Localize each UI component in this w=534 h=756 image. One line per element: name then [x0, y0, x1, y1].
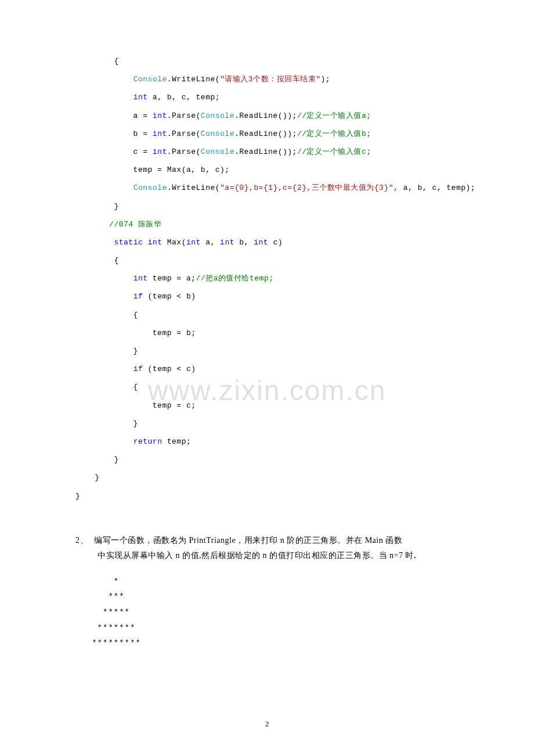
question-block: 2、编写一个函数，函数名为 PrintTriangle，用来打印 n 阶的正三角… [75, 533, 459, 564]
code-keyword: int [148, 238, 163, 247]
code-text: (temp < b) [143, 292, 196, 301]
code-keyword: if [134, 365, 143, 373]
code-keyword: if [134, 292, 143, 301]
code-text: ); [320, 75, 330, 84]
code-text [75, 93, 134, 102]
code-text: .WriteLine( [167, 75, 220, 84]
code-keyword: int [153, 111, 167, 120]
code-string: "请输入3个数：按回车结束" [220, 75, 320, 84]
triangle-row: ******* [75, 624, 135, 633]
code-keyword: int [134, 274, 148, 283]
code-text: c = [75, 147, 153, 156]
code-keyword: int [254, 238, 268, 247]
code-text: } [75, 347, 138, 355]
code-text: c) [268, 238, 283, 247]
code-text: temp; [162, 437, 191, 446]
question-number: 2、 [75, 533, 94, 549]
code-class: Console [134, 75, 167, 84]
code-text: } [75, 473, 100, 482]
code-text: } [75, 492, 80, 501]
code-comment: //074 陈振华 [109, 220, 161, 229]
code-keyword: int [153, 147, 167, 156]
code-text: { [75, 256, 119, 265]
code-text: .Parse( [167, 147, 201, 156]
triangle-row: ********* [75, 639, 141, 648]
code-keyword: int [186, 238, 201, 247]
code-text: .ReadLine()); [234, 147, 297, 156]
code-class: Console [134, 183, 167, 192]
code-text: .ReadLine()); [234, 111, 297, 120]
code-text: Max( [162, 238, 186, 247]
code-text: temp = a; [148, 274, 196, 283]
question-text-line1: 编写一个函数，函数名为 PrintTriangle，用来打印 n 阶的正三角形。… [94, 536, 402, 545]
code-keyword: return [134, 437, 163, 446]
code-class: Console [201, 129, 234, 138]
code-keyword: int [220, 238, 234, 247]
code-text [75, 365, 134, 373]
triangle-row: ***** [75, 608, 130, 617]
code-text: a, b, c, temp; [148, 93, 221, 102]
code-class: Console [201, 111, 234, 120]
code-block: { Console.WriteLine("请输入3个数：按回车结束"); int… [75, 52, 459, 505]
code-comment: //定义一个输入值a; [297, 111, 371, 120]
code-text: } [75, 455, 119, 464]
code-text [75, 220, 109, 229]
code-text: a, [201, 238, 220, 247]
code-text: .Parse( [167, 129, 201, 138]
code-text: .ReadLine()); [234, 129, 297, 138]
code-comment: //定义一个输入值c; [297, 147, 371, 156]
code-text: .WriteLine( [167, 183, 220, 192]
code-text: temp = Max(a, b, c); [75, 165, 230, 174]
page-content: { Console.WriteLine("请输入3个数：按回车结束"); int… [75, 52, 459, 651]
code-keyword: int [134, 93, 148, 102]
code-text [75, 292, 134, 301]
question-text-line2: 中实现从屏幕中输入 n 的值,然后根据给定的 n 的值打印出相应的正三角形。当 … [75, 548, 459, 564]
code-text: { [75, 57, 119, 66]
code-keyword: static [114, 238, 143, 247]
code-string: "a={0},b={1},c={2},三个数中最大值为{3}" [220, 183, 394, 192]
code-class: Console [201, 147, 234, 156]
code-text: b = [75, 129, 153, 138]
code-text: { [75, 383, 138, 391]
code-text: temp = b; [75, 329, 196, 337]
code-text: (temp < c) [143, 365, 196, 373]
code-text [75, 75, 134, 84]
code-text [75, 437, 134, 446]
code-text: a = [75, 111, 153, 120]
code-text: .Parse( [167, 111, 201, 120]
code-text: b, [234, 238, 254, 247]
code-text [75, 274, 134, 283]
triangle-row: * [75, 577, 119, 586]
code-text: } [75, 202, 119, 211]
triangle-row: *** [75, 592, 125, 602]
triangle-output: * *** ***** ******* ********* [75, 574, 459, 651]
code-comment: //把a的值付给temp; [196, 274, 274, 283]
code-text: { [75, 311, 138, 319]
code-text [75, 238, 114, 247]
code-text: , a, b, c, temp); [394, 183, 475, 192]
code-text: temp = c; [75, 401, 196, 410]
code-comment: //定义一个输入值b; [297, 129, 371, 138]
code-keyword: int [153, 129, 167, 138]
code-text [143, 238, 147, 247]
code-text [75, 183, 134, 192]
page-number: 2 [265, 715, 269, 733]
code-text: } [75, 419, 138, 428]
